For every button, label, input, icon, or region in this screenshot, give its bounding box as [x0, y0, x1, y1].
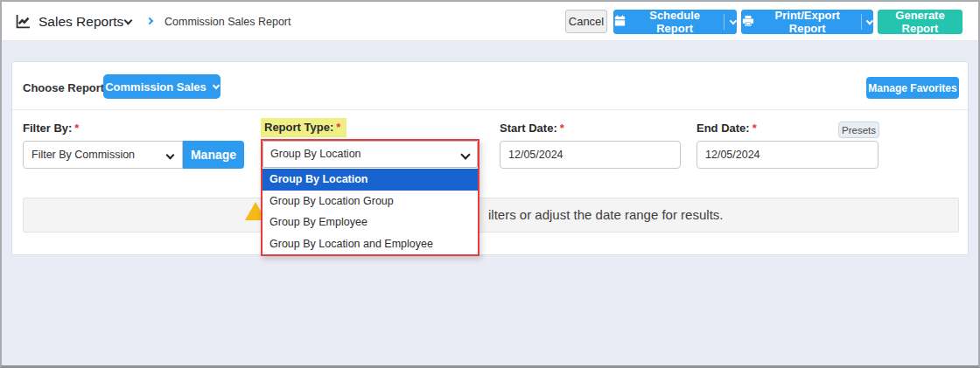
calendar-icon: [614, 15, 626, 29]
required-asterisk: *: [74, 122, 79, 135]
report-type-annotation-box: Group By Location Group By Location Grou…: [261, 139, 480, 256]
required-asterisk: *: [752, 122, 757, 135]
cancel-button[interactable]: Cancel: [565, 10, 607, 33]
report-picker-label: Commission Sales: [105, 80, 206, 94]
line-chart-icon: [16, 14, 31, 32]
report-type-select-value: Group By Location: [270, 148, 361, 160]
printer-icon: [742, 15, 754, 30]
breadcrumb-chevron-right-icon: [146, 17, 153, 24]
chevron-down-icon[interactable]: [866, 17, 873, 24]
choose-report-label: Choose Report: [23, 81, 104, 94]
dropdown-option-group-by-location-group[interactable]: Group By Location Group: [262, 191, 478, 212]
breadcrumb: Commission Sales Report: [164, 2, 291, 42]
start-date-input[interactable]: [500, 141, 681, 169]
end-date-label: End Date:*: [696, 122, 757, 135]
report-type-dropdown-list: Group By Location Group By Location Grou…: [262, 168, 478, 254]
chevron-down-icon[interactable]: [124, 17, 133, 25]
chevron-down-icon: [166, 151, 175, 160]
button-divider: [861, 14, 862, 30]
manage-favorites-button[interactable]: Manage Favorites: [866, 77, 959, 99]
filter-by-select-value: Filter By Commission: [32, 149, 135, 161]
chevron-down-icon: [460, 149, 470, 159]
report-type-label-text: Report Type:: [264, 121, 333, 134]
print-export-report-button[interactable]: Print/Export Report: [741, 10, 873, 34]
notice-text: ilters or adjust the date range for resu…: [488, 198, 723, 233]
report-type-select[interactable]: Group By Location: [262, 141, 478, 168]
start-date-label-text: Start Date:: [500, 122, 557, 135]
report-type-label-highlighted: Report Type:*: [261, 118, 346, 137]
app-window: Sales Reports Commission Sales Report Ca…: [0, 0, 980, 368]
chevron-down-icon[interactable]: [730, 17, 737, 24]
required-asterisk: *: [336, 121, 340, 134]
divider: [12, 109, 968, 110]
generate-report-button[interactable]: Generate Report: [878, 10, 962, 34]
button-divider: [724, 14, 724, 30]
presets-button[interactable]: Presets: [838, 122, 879, 138]
manage-filter-button[interactable]: Manage: [183, 141, 244, 169]
report-builder-card: Choose Report Commission Sales Manage Fa…: [11, 61, 969, 255]
dropdown-option-group-by-location[interactable]: Group By Location: [262, 169, 478, 191]
print-export-report-label: Print/Export Report: [760, 9, 855, 35]
schedule-report-label: Schedule Report: [632, 9, 718, 35]
report-picker-button[interactable]: Commission Sales: [103, 74, 220, 99]
end-date-label-text: End Date:: [696, 122, 750, 135]
chevron-down-icon: [213, 81, 220, 88]
start-date-label: Start Date:*: [500, 122, 564, 135]
filter-by-label: Filter By:*: [23, 122, 79, 135]
dropdown-option-group-by-employee[interactable]: Group By Employee: [262, 212, 478, 233]
required-asterisk: *: [560, 122, 564, 135]
dropdown-option-group-by-location-and-employee[interactable]: Group By Location and Employee: [262, 233, 478, 255]
end-date-input[interactable]: [696, 141, 878, 169]
schedule-report-button[interactable]: Schedule Report: [613, 10, 737, 34]
filter-by-label-text: Filter By:: [23, 122, 72, 135]
top-header-bar: Sales Reports Commission Sales Report Ca…: [2, 2, 978, 41]
filter-by-select[interactable]: Filter By Commission: [23, 141, 183, 169]
page-title: Sales Reports: [38, 2, 123, 41]
